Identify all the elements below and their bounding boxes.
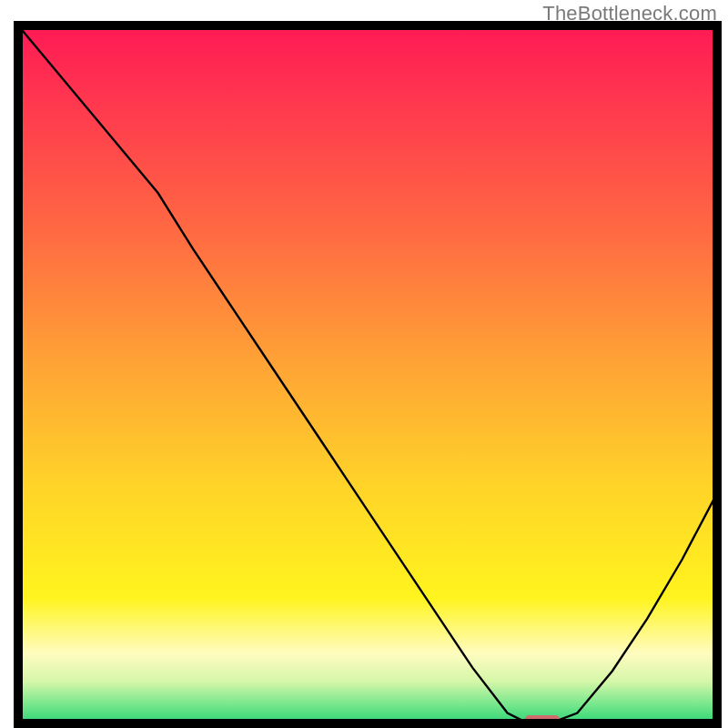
plot-background [18, 25, 717, 723]
watermark-text: TheBottleneck.com [542, 2, 717, 25]
bottleneck-chart [0, 0, 728, 728]
chart-container: { "watermark": "TheBottleneck.com", "cha… [0, 0, 728, 728]
